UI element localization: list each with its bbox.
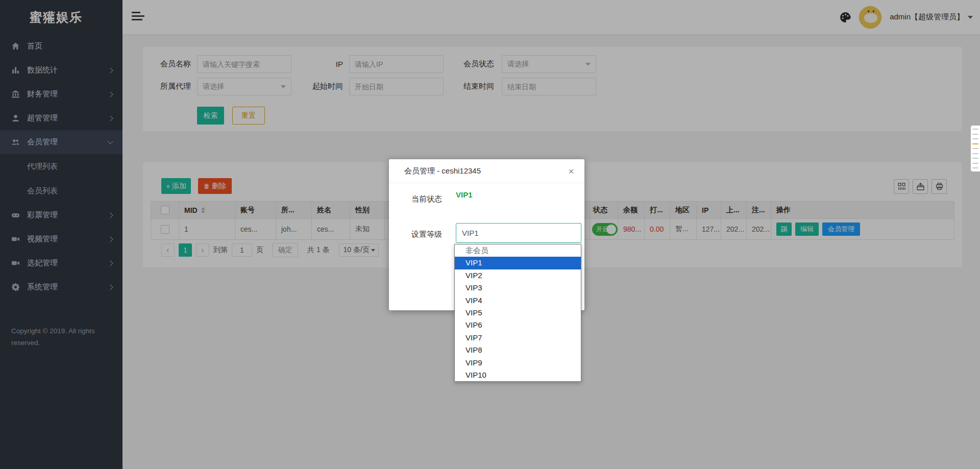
dropdown-option[interactable]: VIP2	[455, 269, 581, 282]
current-vip-value: VIP1	[456, 190, 473, 199]
dropdown-option[interactable]: VIP6	[455, 319, 581, 331]
modal-title: 会员管理 - ceshi12345	[404, 166, 481, 176]
dropdown-option[interactable]: VIP9	[455, 357, 581, 369]
dropdown-option-selected[interactable]: VIP1	[455, 257, 581, 269]
dropdown-option[interactable]: VIP5	[455, 307, 581, 319]
dropdown-option[interactable]: VIP10	[455, 369, 581, 381]
current-status-label: 当前状态	[411, 194, 442, 204]
dropdown-option[interactable]: VIP4	[455, 294, 581, 307]
dropdown-option[interactable]: VIP7	[455, 332, 581, 344]
close-icon[interactable]: ×	[566, 166, 576, 177]
dropdown-option[interactable]: VIP8	[455, 344, 581, 356]
theme-panel-tab[interactable]	[971, 126, 980, 171]
level-select-input[interactable]	[456, 223, 581, 243]
page: 蜜獾娱乐 首页 数据统计 财务管理 超管管理 会员管理 代理列表	[0, 0, 980, 469]
dropdown-option[interactable]: 非会员	[455, 244, 581, 257]
level-dropdown: 非会员 VIP1 VIP2 VIP3 VIP4 VIP5 VIP6 VIP7 V…	[454, 244, 581, 382]
dropdown-option[interactable]: VIP3	[455, 282, 581, 294]
set-level-label: 设置等级	[411, 230, 442, 239]
